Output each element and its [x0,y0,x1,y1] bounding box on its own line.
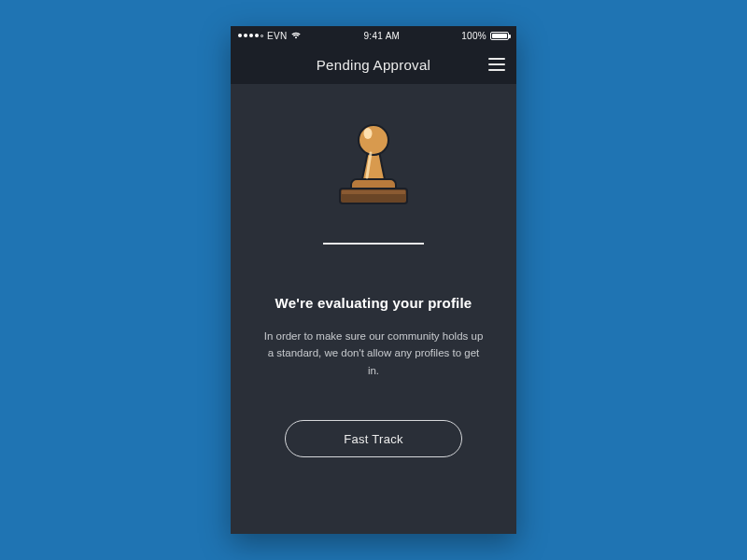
signal-dots-icon [238,34,263,37]
svg-rect-1 [342,190,405,194]
page-title: Pending Approval [317,57,430,73]
stamp-icon [334,116,413,213]
status-right: 100% [461,31,509,41]
wifi-icon [290,31,302,41]
headline: We're evaluating your profile [275,295,472,311]
body-text: In order to make sure our community hold… [261,328,486,379]
menu-icon[interactable] [488,58,505,71]
content-area: We're evaluating your profile In order t… [231,84,516,534]
status-time: 9:41 AM [363,31,400,41]
divider [323,243,424,245]
carrier-label: EVN [267,31,287,41]
status-left: EVN [238,31,302,41]
battery-icon [490,32,509,40]
svg-point-2 [359,125,388,155]
phone-frame: EVN 9:41 AM 100% Pending Approval [231,26,516,534]
nav-bar: Pending Approval [231,45,516,84]
fast-track-button[interactable]: Fast Track [285,420,462,457]
battery-pct: 100% [461,31,486,41]
status-bar: EVN 9:41 AM 100% [231,26,516,45]
svg-point-3 [364,128,373,139]
